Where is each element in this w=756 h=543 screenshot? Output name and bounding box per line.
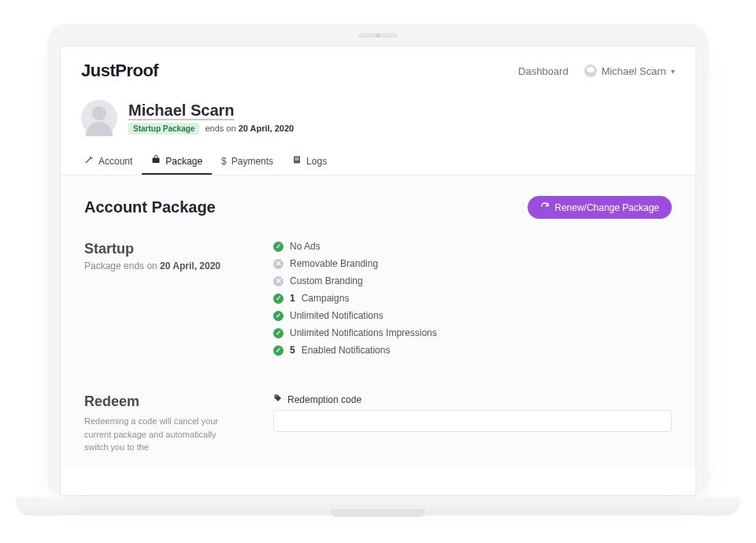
check-icon: ✓ <box>273 311 284 321</box>
brand-logo: JustProof <box>81 61 158 81</box>
section-header: Account Package Renew/Change Package <box>84 196 672 219</box>
feature-item: ✓Unlimited Notifications <box>273 310 437 321</box>
tab-logs[interactable]: Logs <box>283 149 336 175</box>
dollar-icon: $ <box>221 156 227 167</box>
package-icon <box>151 155 161 167</box>
nav-right: Dashboard Michael Scarn ▾ <box>518 65 675 77</box>
x-icon: ✕ <box>273 276 284 286</box>
feature-list: ✓No Ads✕Removable Branding✕Custom Brandi… <box>273 241 437 362</box>
svg-point-4 <box>276 396 277 397</box>
chevron-down-icon: ▾ <box>671 67 675 76</box>
tab-payments[interactable]: $ Payments <box>212 149 283 175</box>
feature-item: ✕Custom Branding <box>273 275 437 286</box>
profile-header: Michael Scarn Startup Package ends on 20… <box>61 89 695 142</box>
svg-rect-2 <box>295 158 299 159</box>
logs-icon <box>292 155 302 167</box>
feature-item: ✕Removable Branding <box>273 258 437 269</box>
feature-item: ✓1 Campaigns <box>273 293 437 304</box>
laptop-camera <box>358 33 398 38</box>
laptop-notch <box>331 509 425 517</box>
svg-rect-0 <box>153 158 160 164</box>
user-menu[interactable]: Michael Scarn ▾ <box>584 65 675 77</box>
x-icon: ✕ <box>273 259 284 269</box>
renew-button-label: Renew/Change Package <box>554 202 659 213</box>
feature-item: ✓5 Enabled Notifications <box>273 345 437 356</box>
tab-package-label: Package <box>165 156 202 167</box>
tab-package[interactable]: Package <box>142 149 212 175</box>
feature-item: ✓Unlimited Notifications Impressions <box>273 327 437 338</box>
package-summary: Startup Package ends on 20 April, 2020 <box>84 241 242 272</box>
redeem-field-label: Redemption code <box>273 393 672 405</box>
tab-account-label: Account <box>98 156 132 167</box>
page-title: Account Package <box>84 198 216 216</box>
feature-item: ✓No Ads <box>273 241 437 252</box>
package-name: Startup <box>84 241 242 257</box>
user-name: Michael Scarn <box>602 65 666 77</box>
content: Account Package Renew/Change Package Sta… <box>61 175 695 467</box>
check-icon: ✓ <box>273 294 284 304</box>
wrench-icon <box>84 155 94 167</box>
laptop-frame: JustProof Dashboard Michael Scarn ▾ Mich… <box>47 24 709 496</box>
package-badge: Startup Package <box>128 123 199 135</box>
check-icon: ✓ <box>273 242 284 252</box>
check-icon: ✓ <box>273 328 284 338</box>
redeem-title: Redeem <box>84 393 242 410</box>
refresh-icon <box>540 201 550 213</box>
package-section: Startup Package ends on 20 April, 2020 ✓… <box>84 241 672 362</box>
check-icon: ✓ <box>273 345 284 356</box>
profile-name[interactable]: Michael Scarn <box>128 102 294 120</box>
tab-payments-label: Payments <box>232 156 273 167</box>
tab-account[interactable]: Account <box>75 149 142 175</box>
tab-logs-label: Logs <box>306 156 327 167</box>
ends-date: 20 April, 2020 <box>239 124 295 133</box>
profile-package-meta: Startup Package ends on 20 April, 2020 <box>128 123 294 135</box>
tag-icon <box>273 393 283 405</box>
redeem-description: Redeeming a code will cancel your curren… <box>84 415 242 454</box>
ends-prefix: ends on <box>205 124 235 133</box>
top-nav: JustProof Dashboard Michael Scarn ▾ <box>61 46 695 89</box>
renew-change-package-button[interactable]: Renew/Change Package <box>528 196 672 219</box>
svg-rect-3 <box>295 160 299 161</box>
app-screen: JustProof Dashboard Michael Scarn ▾ Mich… <box>60 46 696 496</box>
avatar-icon <box>584 65 597 77</box>
tabs: Account Package $ Payments Logs <box>61 142 695 175</box>
redeem-form: Redemption code <box>273 393 672 432</box>
avatar <box>81 100 117 136</box>
nav-dashboard-link[interactable]: Dashboard <box>518 65 569 77</box>
package-subtitle: Package ends on 20 April, 2020 <box>84 260 242 272</box>
redemption-code-input[interactable] <box>273 410 672 432</box>
redeem-summary: Redeem Redeeming a code will cancel your… <box>84 393 242 454</box>
redeem-section: Redeem Redeeming a code will cancel your… <box>84 393 672 454</box>
